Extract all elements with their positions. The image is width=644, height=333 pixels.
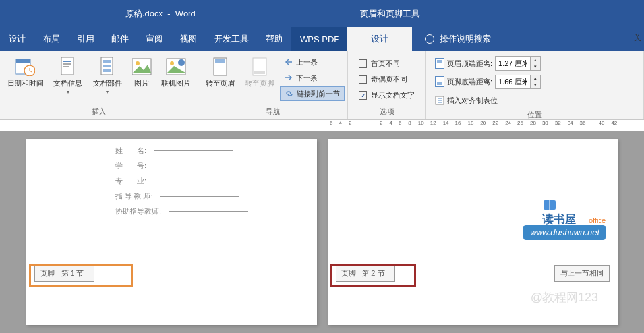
group-nav-label: 导航 xyxy=(201,106,345,118)
page-2[interactable]: 读书屋 office教学平台 www.dushuwu.net 页脚 - 第 2 … xyxy=(328,139,618,325)
input-header-top[interactable] xyxy=(496,59,530,67)
svg-point-15 xyxy=(178,59,185,66)
spin-down-icon[interactable]: ▾ xyxy=(531,82,540,88)
prev-icon xyxy=(284,58,293,66)
tab-design[interactable]: 设计 xyxy=(0,27,34,51)
svg-rect-1 xyxy=(16,59,30,63)
header-distance-icon xyxy=(435,58,444,69)
group-insert: 日期和时间 文档信息 ▾ 文档部件 ▾ 图片 xyxy=(0,51,198,119)
svg-rect-5 xyxy=(63,63,71,65)
document-area: 姓 名:学 号:专 业:指 导 教 师:协助指导教师: 页脚 - 第 1 节 -… xyxy=(0,131,644,333)
chevron-down-icon: ▾ xyxy=(106,89,109,95)
doc-info-icon xyxy=(57,56,78,77)
calendar-clock-icon xyxy=(15,56,36,77)
bulb-icon xyxy=(425,34,434,44)
spin-up-icon[interactable]: ▴ xyxy=(531,57,540,63)
spin-down-icon[interactable]: ▾ xyxy=(531,63,540,70)
svg-rect-19 xyxy=(254,71,265,74)
tab-view[interactable]: 视图 xyxy=(171,27,206,51)
tell-me-search[interactable]: 操作说明搜索 xyxy=(425,27,491,51)
btn-next[interactable]: 下一条 xyxy=(280,71,345,85)
tab-hf-design[interactable]: 设计 xyxy=(347,27,412,51)
next-icon xyxy=(284,74,293,82)
link-icon xyxy=(285,90,294,98)
btn-doc-parts[interactable]: 文档部件 ▾ xyxy=(88,55,127,96)
checkbox-icon xyxy=(359,75,367,84)
ribbon-tabs: 设计 布局 引用 邮件 审阅 视图 开发工具 帮助 WPS PDF 设计 操作说… xyxy=(0,27,644,51)
btn-link-prev-section[interactable]: 链接到前一节 xyxy=(280,86,345,101)
svg-rect-9 xyxy=(103,65,111,67)
title-text: 原稿.docx - Word xyxy=(125,8,196,20)
spin-header-top[interactable]: ▴▾ xyxy=(495,56,541,71)
ruler[interactable]: 642 246810121416182022242628303234364042 xyxy=(0,120,644,131)
btn-picture[interactable]: 图片 xyxy=(128,55,156,89)
group-insert-label: 插入 xyxy=(3,106,195,118)
picture-icon xyxy=(131,56,152,77)
tab-wps-pdf[interactable]: WPS PDF xyxy=(291,27,347,51)
online-picture-icon xyxy=(165,56,187,77)
title-bar: 原稿.docx - Word 页眉和页脚工具 xyxy=(0,0,644,27)
highlight-orange xyxy=(29,264,133,287)
tab-review[interactable]: 审阅 xyxy=(137,27,171,51)
checkbox-icon xyxy=(359,59,367,68)
tab-mailings[interactable]: 邮件 xyxy=(103,27,137,51)
btn-prev[interactable]: 上一条 xyxy=(280,55,345,69)
context-tools-label: 页眉和页脚工具 xyxy=(347,0,433,27)
svg-rect-6 xyxy=(63,66,69,67)
svg-rect-8 xyxy=(103,60,111,63)
chevron-down-icon: ▾ xyxy=(67,89,69,95)
tab-layout[interactable]: 布局 xyxy=(34,27,69,51)
svg-rect-17 xyxy=(215,59,225,63)
close-hf-partial[interactable]: 关 xyxy=(634,33,641,43)
spin-footer-bottom[interactable]: ▴▾ xyxy=(495,75,541,89)
footer-distance-icon xyxy=(435,76,444,87)
group-position: 页眉顶端距离: ▴▾ 页脚底端距离: ▴▾ 插入对齐制表 xyxy=(426,51,644,119)
btn-insert-align-tab[interactable]: 插入对齐制表位 xyxy=(432,92,543,109)
group-options: 首页不同 奇偶页不同 ✓ 显示文档文字 选项 xyxy=(348,51,426,119)
btn-goto-footer: 转至页脚 xyxy=(241,55,279,89)
tab-developer[interactable]: 开发工具 xyxy=(206,27,257,51)
chk-diff-first-page[interactable]: 首页不同 xyxy=(356,56,417,71)
input-footer-bottom[interactable] xyxy=(496,78,530,86)
goto-header-icon xyxy=(210,56,231,77)
form-area: 姓 名:学 号:专 业:指 导 教 师:协助指导教师: xyxy=(115,146,248,222)
svg-point-14 xyxy=(170,61,174,65)
highlight-red xyxy=(330,264,416,287)
same-as-previous-label: 与上一节相同 xyxy=(554,265,610,282)
btn-date-time[interactable]: 日期和时间 xyxy=(3,55,47,89)
goto-footer-icon xyxy=(249,56,270,77)
label-header-top: 页眉顶端距离: xyxy=(447,59,492,69)
svg-rect-4 xyxy=(63,61,71,62)
group-navigation: 转至页眉 转至页脚 上一条 下一条 链接到前一节 xyxy=(198,51,348,119)
tab-help[interactable]: 帮助 xyxy=(257,27,291,51)
btn-doc-info[interactable]: 文档信息 ▾ xyxy=(49,55,87,96)
doc-parts-icon xyxy=(97,56,118,77)
svg-point-12 xyxy=(136,61,140,65)
book-icon xyxy=(542,198,557,212)
watermark-url: www.dushuwu.net xyxy=(523,225,606,240)
svg-rect-10 xyxy=(103,69,111,72)
label-footer-bottom: 页脚底端距离: xyxy=(447,77,492,87)
search-placeholder: 操作说明搜索 xyxy=(440,33,491,45)
btn-online-picture[interactable]: 联机图片 xyxy=(157,55,195,89)
align-tab-icon xyxy=(435,96,444,105)
chk-show-doc-text[interactable]: ✓ 显示文档文字 xyxy=(356,88,417,102)
tab-references[interactable]: 引用 xyxy=(69,27,103,51)
group-options-label: 选项 xyxy=(351,106,423,118)
btn-goto-header[interactable]: 转至页眉 xyxy=(201,55,239,89)
spin-up-icon[interactable]: ▴ xyxy=(531,75,540,82)
ghost-watermark: @教程网123 xyxy=(531,289,598,305)
chk-diff-odd-even[interactable]: 奇偶页不同 xyxy=(356,72,417,86)
page-1[interactable]: 姓 名:学 号:专 业:指 导 教 师:协助指导教师: 页脚 - 第 1 节 - xyxy=(26,139,317,325)
checkbox-checked-icon: ✓ xyxy=(359,91,367,100)
ribbon: 日期和时间 文档信息 ▾ 文档部件 ▾ 图片 xyxy=(0,51,644,120)
